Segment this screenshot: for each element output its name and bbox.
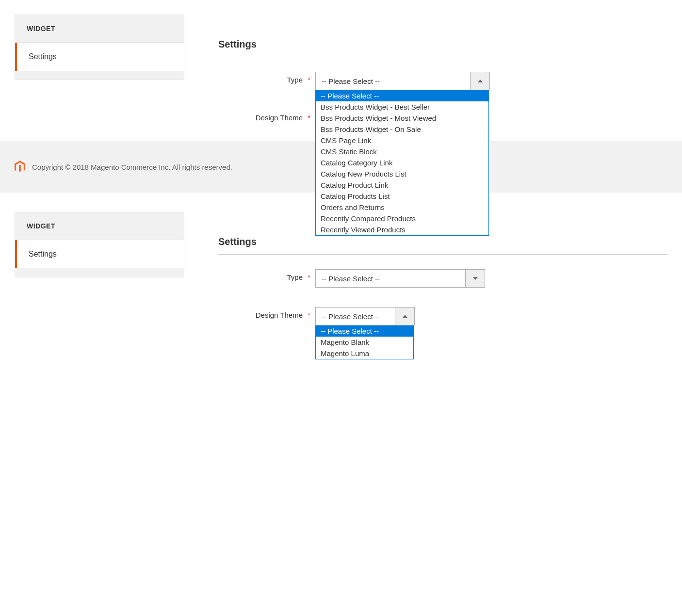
- type-option[interactable]: Bss Products Widget - Most Viewed: [316, 113, 488, 124]
- type-option[interactable]: Orders and Returns: [316, 202, 488, 213]
- chevron-up-icon: [403, 315, 407, 318]
- type-dropdown: -- Please Select -- Bss Products Widget …: [315, 90, 489, 236]
- required-star: *: [308, 311, 310, 319]
- field-row-type: Type * -- Please Select --: [218, 269, 667, 288]
- type-option[interactable]: Bss Products Widget - Best Seller: [316, 101, 488, 113]
- field-label-theme: Design Theme *: [218, 307, 315, 319]
- copyright-text: Copyright © 2018 Magento Commerce Inc. A…: [32, 163, 232, 171]
- sidebar: WIDGET Settings: [15, 212, 184, 277]
- sidebar: WIDGET Settings: [15, 15, 184, 80]
- sidebar-title: WIDGET: [15, 212, 184, 240]
- field-label-type: Type *: [218, 269, 315, 281]
- field-label-theme: Design Theme *: [218, 110, 315, 122]
- required-star: *: [308, 76, 310, 84]
- type-option[interactable]: Catalog Product Link: [316, 179, 488, 191]
- settings-heading: Settings: [218, 236, 667, 255]
- sidebar-item-settings[interactable]: Settings: [15, 43, 184, 71]
- chevron-down-icon: [473, 277, 478, 280]
- type-select-display[interactable]: -- Please Select --: [316, 72, 470, 90]
- type-option[interactable]: Recently Compared Products: [316, 213, 488, 224]
- required-star: *: [308, 113, 310, 122]
- sidebar-item-label: Settings: [29, 250, 57, 258]
- type-option[interactable]: Catalog New Products List: [316, 168, 488, 179]
- sidebar-item-label: Settings: [29, 52, 57, 61]
- type-option[interactable]: -- Please Select --: [316, 90, 488, 101]
- theme-option[interactable]: -- Please Select --: [316, 325, 413, 337]
- type-option[interactable]: Recently Viewed Products: [316, 224, 488, 235]
- theme-select-arrow[interactable]: [395, 308, 414, 325]
- settings-form: Settings Type * -- Please Select -- -- P: [184, 15, 667, 141]
- type-option[interactable]: Catalog Products List: [316, 191, 488, 202]
- sidebar-footer: [15, 71, 184, 80]
- magento-logo-icon: [15, 161, 25, 173]
- type-option[interactable]: CMS Page Link: [316, 135, 488, 146]
- type-option[interactable]: CMS Static Block: [316, 146, 488, 157]
- type-select-display[interactable]: -- Please Select --: [316, 270, 465, 287]
- sidebar-footer: [15, 268, 184, 277]
- sidebar-item-settings[interactable]: Settings: [15, 240, 184, 268]
- sidebar-title: WIDGET: [15, 15, 184, 43]
- type-option[interactable]: Bss Products Widget - On Sale: [316, 124, 488, 135]
- type-select-arrow[interactable]: [465, 270, 485, 287]
- type-select[interactable]: -- Please Select --: [315, 269, 485, 288]
- widget-settings-panel-1: WIDGET Settings Settings Type * -- Pleas…: [0, 0, 682, 141]
- field-row-type: Type * -- Please Select -- -- Please Sel…: [218, 72, 667, 90]
- field-label-type: Type *: [218, 72, 315, 84]
- settings-heading: Settings: [218, 39, 667, 57]
- field-row-theme: Design Theme * -- Please Select -- -- Pl…: [218, 307, 667, 325]
- type-select[interactable]: -- Please Select --: [315, 72, 490, 90]
- theme-dropdown: -- Please Select -- Magento Blank Magent…: [315, 325, 414, 359]
- theme-select-display[interactable]: -- Please Select --: [316, 308, 395, 325]
- chevron-up-icon: [478, 80, 483, 82]
- type-select-arrow[interactable]: [470, 72, 489, 90]
- theme-select[interactable]: -- Please Select --: [315, 307, 415, 325]
- required-star: *: [308, 273, 310, 281]
- theme-option[interactable]: Magento Blank: [316, 337, 413, 348]
- type-option[interactable]: Catalog Category Link: [316, 157, 488, 168]
- theme-option[interactable]: Magento Luma: [316, 348, 413, 359]
